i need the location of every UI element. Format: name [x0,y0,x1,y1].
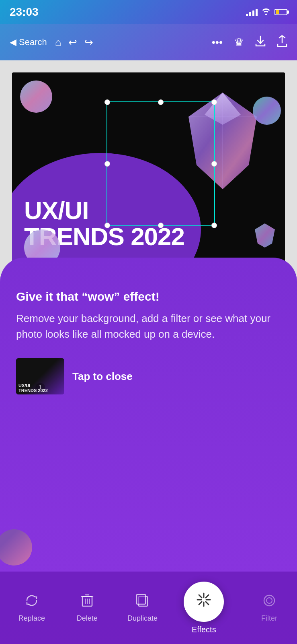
wow-description: Remove your background, add a filter or … [16,311,281,342]
effects-circle [184,582,224,622]
wow-title: Give it that “wow” effect! [16,290,281,303]
replace-icon [25,593,39,611]
overlay-content: Give it that “wow” effect! Remove your b… [16,290,281,394]
tap-close-label[interactable]: Tap to close [72,370,133,383]
svg-point-20 [266,598,272,603]
back-label: Search [19,37,47,47]
redo-button[interactable]: ↪ [84,36,93,49]
duplicate-button[interactable]: Duplicate [120,593,164,623]
toolbar-right: ••• ♛ [212,35,287,50]
back-arrow-icon: ◀ [10,37,16,47]
bottom-toolbar: Replace Delete Duplicate [0,572,297,644]
replace-button[interactable]: Replace [10,593,54,623]
main-toolbar: ◀ Search ⌂ ↩ ↪ ••• ♛ [0,24,297,60]
canvas-thumbnail: UX/UI TRENDS 2022 1 [16,358,64,394]
filter-icon [262,593,276,611]
gem-small [253,221,277,250]
crown-button[interactable]: ♛ [234,36,244,49]
svg-line-17 [206,595,209,598]
duplicate-label: Duplicate [127,614,158,623]
svg-line-18 [199,602,202,605]
filter-label: Filter [261,614,277,623]
filter-button[interactable]: Filter [247,593,291,623]
tap-close-row[interactable]: UX/UI TRENDS 2022 1 Tap to close [16,358,281,394]
svg-point-19 [264,595,274,606]
sphere-topleft [20,80,52,113]
effects-icon [196,592,212,611]
delete-button[interactable]: Delete [65,593,109,623]
battery-icon [274,9,287,15]
back-button[interactable]: ◀ Search [10,37,47,47]
status-icons [246,8,287,17]
selection-box[interactable] [107,101,215,226]
design-canvas[interactable]: UX/UI TRENDS 2022 ↻ [12,72,285,290]
wifi-icon [262,8,270,17]
download-button[interactable] [255,35,266,50]
delete-label: Delete [77,614,98,623]
status-time: 23:03 [10,6,39,19]
more-button[interactable]: ••• [212,36,223,49]
signal-icon [246,8,258,16]
effects-label: Effects [192,625,216,634]
status-bar: 23:03 [0,0,297,24]
share-button[interactable] [277,35,287,50]
svg-rect-10 [137,594,145,604]
svg-line-15 [199,595,202,598]
sphere-topright [253,97,281,125]
svg-line-16 [206,602,209,605]
duplicate-icon [135,593,149,611]
undo-button[interactable]: ↩ [68,36,77,49]
nav-icons: ⌂ ↩ ↪ [55,36,94,49]
home-icon[interactable]: ⌂ [55,36,61,49]
delete-icon [81,593,94,611]
svg-marker-4 [255,223,275,248]
effects-button[interactable]: Effects [176,582,232,634]
replace-label: Replace [18,614,45,623]
